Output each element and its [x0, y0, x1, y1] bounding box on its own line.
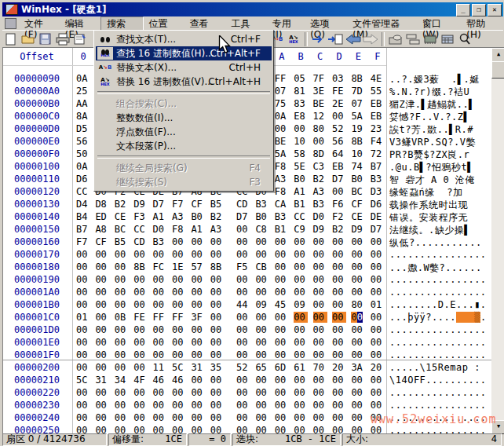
hex-byte-cell[interactable]: 61 [294, 362, 308, 373]
hex-byte-cell[interactable]: 09 [294, 299, 308, 310]
hex-byte-cell[interactable]: 44 [236, 299, 250, 310]
child-window-icon[interactable] [5, 18, 16, 29]
hex-byte-cell[interactable]: 00 [191, 324, 205, 335]
hex-byte-cell[interactable]: 00 [332, 400, 346, 411]
hex-byte-cell[interactable]: 00 [294, 387, 308, 398]
hex-byte-cell[interactable]: 00 [76, 362, 90, 373]
hex-byte-cell[interactable]: 00 [332, 261, 346, 272]
ansi-text-cell[interactable]: ..?.嫒3薮 .▌.娫 [389, 73, 480, 86]
hex-byte-cell[interactable]: B1 [275, 224, 289, 235]
hex-byte-cell[interactable]: 00 [210, 412, 225, 423]
ansi-text-cell[interactable]: 猸Z津.▌趫鳎就..▌ [389, 98, 475, 112]
hex-byte-cell[interactable]: 00 [332, 387, 346, 398]
open-file-button[interactable] [20, 32, 36, 46]
hex-byte-cell[interactable]: 00 [95, 337, 109, 348]
hex-byte-cell[interactable]: 00 [313, 136, 327, 147]
hex-byte-cell[interactable]: EB [332, 161, 346, 172]
hex-byte-cell[interactable]: 00 [191, 412, 205, 423]
hex-byte-cell[interactable]: 00 [133, 400, 148, 411]
hex-byte-cell[interactable]: 6D [275, 362, 289, 373]
ram-editor-button[interactable] [422, 32, 438, 46]
hex-byte-cell[interactable]: A3 [210, 224, 225, 235]
hex-byte-cell[interactable]: B5 [115, 236, 129, 247]
hex-byte-cell[interactable]: 00 [153, 324, 167, 335]
new-file-button[interactable] [3, 32, 19, 46]
hex-byte-cell[interactable]: 50 [76, 148, 90, 159]
ansi-text-cell[interactable]: ................ [389, 249, 487, 260]
hex-byte-cell[interactable]: 00 [115, 299, 129, 310]
back-button[interactable] [345, 32, 361, 46]
hex-byte-cell[interactable]: 00 [371, 236, 385, 247]
hex-byte-cell[interactable]: 55 [371, 86, 385, 97]
hex-byte-cell[interactable]: 80 [351, 299, 365, 310]
scrollbar-thumb[interactable] [491, 61, 504, 79]
hex-byte-cell[interactable]: 83 [294, 98, 308, 109]
menubar-item-3[interactable]: 位置(P) [144, 17, 184, 30]
hex-byte-cell[interactable]: 00 [351, 287, 365, 298]
hex-byte-cell[interactable]: CD [133, 236, 148, 247]
hex-byte-cell[interactable]: 00 [332, 299, 346, 310]
menu-item[interactable]: HEX查找 16 进制数值(H)...Ctrl+Alt+F [96, 46, 272, 60]
hex-byte-cell[interactable]: 00 [191, 337, 205, 348]
hex-byte-cell[interactable]: 00 [76, 299, 90, 310]
hex-byte-cell[interactable]: 3E [313, 86, 327, 97]
hex-byte-cell[interactable]: 70 [313, 362, 327, 373]
hex-byte-cell[interactable]: 00 [76, 274, 90, 285]
hex-byte-cell[interactable]: 00 [95, 287, 109, 298]
hex-byte-cell[interactable]: 00 [95, 261, 109, 272]
hex-byte-cell[interactable]: 00 [371, 337, 385, 348]
hex-byte-cell[interactable]: 03 [332, 73, 346, 84]
hex-byte-cell[interactable]: 00 [351, 337, 365, 348]
maximize-button[interactable]: ❐ [472, 4, 486, 16]
hex-byte-cell[interactable]: 00 [115, 287, 129, 298]
hex-byte-cell[interactable]: 00 [371, 261, 385, 272]
hex-byte-cell[interactable]: CB [255, 261, 269, 272]
hex-byte-cell[interactable]: 0A [76, 161, 90, 172]
open-disk-button[interactable] [388, 32, 404, 46]
menubar-item-9[interactable]: 窗口(W) [417, 17, 461, 30]
status-size-panel[interactable]: 大小: 4 [342, 433, 502, 446]
hex-byte-cell[interactable]: 12 [313, 111, 327, 122]
hex-byte-cell[interactable]: C9 [294, 224, 308, 235]
menubar-item-6[interactable]: 专用(I) [267, 17, 305, 30]
hex-byte-cell[interactable]: 00 [275, 400, 289, 411]
hex-byte-cell[interactable]: 00 [332, 349, 346, 360]
hex-byte-cell[interactable]: 00 [351, 261, 365, 272]
hex-byte-cell[interactable]: 00 [210, 236, 225, 247]
hex-byte-cell[interactable]: CF [95, 236, 109, 247]
ansi-text-cell[interactable]: ...嫐.W嫳?...... [389, 261, 482, 275]
hex-byte-cell[interactable]: 00 [172, 236, 186, 247]
hex-byte-cell[interactable]: 00 [275, 236, 289, 247]
hex-byte-cell[interactable]: C8 [255, 224, 269, 235]
ansi-text-cell[interactable]: 纵低?........... [389, 236, 482, 250]
hex-byte-cell[interactable]: 00 [332, 236, 346, 247]
hex-byte-cell[interactable]: 00 [294, 236, 308, 247]
hex-byte-cell[interactable]: 65 [255, 362, 269, 373]
hex-byte-cell[interactable]: 00 [332, 412, 346, 423]
hex-byte-cell[interactable]: A3 [313, 186, 327, 197]
ansi-text-cell[interactable]: %.N.?r)缀.?袺U [389, 86, 469, 99]
selected-nibble[interactable]: 0 [351, 312, 356, 323]
hex-byte-cell[interactable]: ED [95, 211, 109, 222]
properties-button[interactable] [72, 32, 88, 46]
hex-byte-cell[interactable]: 34 [115, 375, 129, 386]
hex-byte-cell[interactable]: 00 [255, 375, 269, 386]
hex-byte-cell[interactable]: 35 [210, 362, 225, 373]
hex-byte-cell[interactable]: 00 [95, 400, 109, 411]
hex-byte-cell[interactable]: 00 [210, 387, 225, 398]
title-bar[interactable]: WinHex - [硬盘1] _ ❐ ✕ [2, 2, 503, 16]
hex-byte-cell[interactable]: 5C [76, 375, 90, 386]
status-sector-panel[interactable]: 扇区 0 / 4124736 [2, 433, 107, 446]
ansi-text-cell[interactable]: 智 砦才 A 0 沧俺 [389, 174, 475, 187]
hex-byte-cell[interactable]: 00 [294, 312, 308, 323]
hex-byte-cell[interactable]: 00 [351, 249, 365, 260]
hex-byte-cell[interactable]: 00 [191, 400, 205, 411]
menu-item[interactable]: 继续全局搜索(G)F4 [96, 161, 272, 175]
hex-byte-cell[interactable]: BC [351, 186, 365, 197]
hex-byte-cell[interactable]: 00 [153, 337, 167, 348]
hex-byte-cell[interactable]: 7F [313, 73, 327, 84]
hex-byte-cell[interactable]: 00 [95, 412, 109, 423]
hex-byte-cell[interactable]: 31 [191, 362, 205, 373]
hex-byte-cell[interactable]: 00 [313, 261, 327, 272]
hex-byte-cell[interactable]: F7 [76, 236, 90, 247]
